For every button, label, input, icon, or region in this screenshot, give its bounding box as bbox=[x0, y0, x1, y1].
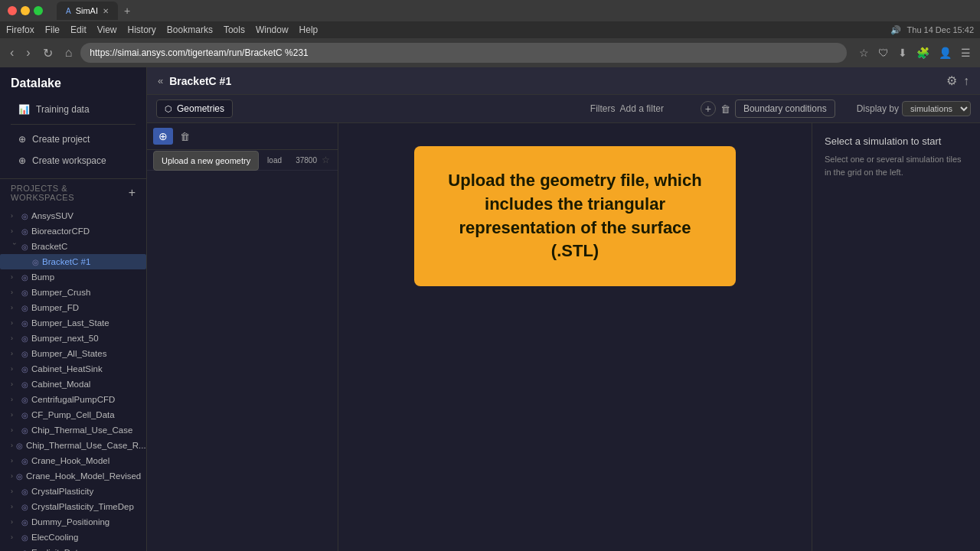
download-icon[interactable]: ⬇ bbox=[895, 45, 910, 60]
upload-button-wrapper: ⊕ Upload a new geometry bbox=[153, 128, 173, 145]
tab-close-icon[interactable]: ✕ bbox=[103, 7, 109, 15]
chevron-icon: › bbox=[11, 442, 13, 449]
menu-bookmarks[interactable]: Bookmarks bbox=[167, 24, 213, 35]
project-icon: ◎ bbox=[21, 380, 28, 389]
sidebar-item-bioreactor-cfd[interactable]: › ◎ BioreactorCFD bbox=[0, 223, 146, 239]
menu-firefox[interactable]: Firefox bbox=[6, 24, 34, 35]
sidebar-item-crystal-plasticity[interactable]: › ◎ CrystalPlasticity bbox=[0, 484, 146, 499]
tab-label: SimAI bbox=[76, 6, 98, 15]
project-label: CrystalPlasticity_TimeDep bbox=[31, 502, 134, 511]
upload-geometry-button[interactable]: ⊕ bbox=[153, 128, 173, 145]
new-tab-button[interactable]: + bbox=[121, 5, 133, 17]
sidebar-item-bracket-c[interactable]: › ◎ BracketC bbox=[0, 239, 146, 254]
projects-section-label: Projects & Workspaces + bbox=[0, 179, 146, 205]
menu-help[interactable]: Help bbox=[299, 24, 318, 35]
sidebar-item-bumper-crush[interactable]: › ◎ Bumper_Crush bbox=[0, 285, 146, 300]
menu-view[interactable]: View bbox=[97, 24, 117, 35]
project-label: BioreactorCFD bbox=[31, 227, 90, 236]
project-label: Crane_Hook_Model bbox=[31, 456, 109, 465]
tab-label: Geometries bbox=[177, 103, 224, 114]
sidebar-item-ansys-suv[interactable]: › ◎ AnsysSUV bbox=[0, 208, 146, 223]
center-panel: Upload the geometry file, which includes… bbox=[338, 123, 812, 551]
project-icon: ◎ bbox=[21, 533, 28, 542]
sidebar-item-bumper-next-50[interactable]: › ◎ Bumper_next_50 bbox=[0, 331, 146, 346]
sidebar-item-training-data[interactable]: 📊 Training data bbox=[11, 99, 136, 119]
shield-icon[interactable]: 🛡 bbox=[875, 45, 892, 60]
chevron-icon: › bbox=[11, 350, 18, 357]
delete-geometry-button[interactable]: 🗑 bbox=[176, 129, 194, 145]
maximize-button[interactable] bbox=[34, 6, 43, 15]
add-filter-button[interactable]: Add a filter bbox=[620, 103, 664, 114]
chevron-icon: › bbox=[11, 503, 18, 510]
sidebar-item-chip-thermal[interactable]: › ◎ Chip_Thermal_Use_Case bbox=[0, 422, 146, 438]
sidebar-header: Datalake 📊 Training data ⊕ Create projec… bbox=[0, 67, 146, 179]
menu-tools[interactable]: Tools bbox=[224, 24, 245, 35]
project-icon: ◎ bbox=[21, 289, 28, 297]
back-button[interactable]: ‹ bbox=[6, 44, 18, 61]
active-tab[interactable]: A SimAI ✕ bbox=[57, 2, 118, 20]
address-bar[interactable] bbox=[80, 43, 847, 63]
sidebar-item-elec-cooling[interactable]: › ◎ ElecCooling bbox=[0, 530, 146, 545]
menu-file[interactable]: File bbox=[45, 24, 60, 35]
project-icon: ◎ bbox=[21, 457, 28, 465]
sidebar-item-chip-thermal-r[interactable]: › ◎ Chip_Thermal_Use_Case_R... bbox=[0, 438, 146, 453]
extensions-icon[interactable]: 🧩 bbox=[913, 45, 933, 60]
sidebar-item-cf-pump[interactable]: › ◎ CF_Pump_Cell_Data bbox=[0, 407, 146, 422]
add-project-button[interactable]: + bbox=[129, 187, 136, 199]
chevron-icon: › bbox=[11, 380, 18, 388]
sidebar-item-explicit-data[interactable]: › ◎ Explicit_Data bbox=[0, 545, 146, 551]
home-button[interactable]: ⌂ bbox=[61, 44, 77, 61]
project-icon: ◎ bbox=[21, 365, 28, 373]
sidebar-item-cabinet-modal[interactable]: › ◎ Cabinet_Modal bbox=[0, 377, 146, 392]
sidebar-item-bump[interactable]: › ◎ Bump bbox=[0, 269, 146, 285]
boundary-conditions-button[interactable]: Boundary conditions bbox=[735, 99, 835, 118]
trash-icon[interactable]: 🗑 bbox=[720, 103, 730, 115]
geometries-icon: ⬡ bbox=[165, 104, 172, 114]
chevron-icon: › bbox=[11, 426, 18, 434]
sidebar-item-bumper-last-state[interactable]: › ◎ Bumper_Last_State bbox=[0, 315, 146, 331]
sidebar-item-crane-hook[interactable]: › ◎ Crane_Hook_Model bbox=[0, 453, 146, 468]
project-label: Bump bbox=[31, 272, 54, 282]
chevron-icon: › bbox=[11, 533, 18, 541]
sidebar-item-crane-hook-revised[interactable]: › ◎ Crane_Hook_Model_Revised bbox=[0, 468, 146, 484]
chevron-icon: › bbox=[11, 319, 18, 327]
back-button[interactable]: « bbox=[158, 75, 163, 86]
project-icon: ◎ bbox=[21, 503, 28, 511]
forward-button[interactable]: › bbox=[22, 44, 34, 61]
profile-icon[interactable]: 👤 bbox=[936, 45, 955, 60]
sidebar-item-label: Training data bbox=[36, 104, 90, 115]
project-tree: › ◎ AnsysSUV › ◎ BioreactorCFD › ◎ Brack… bbox=[0, 205, 146, 551]
menu-window[interactable]: Window bbox=[256, 24, 289, 35]
upload-tooltip: Upload a new geometry bbox=[153, 151, 259, 171]
chevron-icon: › bbox=[11, 365, 18, 373]
project-label: Cabinet_Modal bbox=[31, 380, 90, 389]
sidebar-create-project[interactable]: ⊕ Create project bbox=[11, 129, 136, 149]
add-condition-button[interactable]: + bbox=[701, 101, 716, 116]
star-button[interactable]: ☆ bbox=[322, 155, 330, 165]
sidebar-item-bumper-all-states[interactable]: › ◎ Bumper_All_States bbox=[0, 346, 146, 361]
menu-icon[interactable]: ☰ bbox=[958, 45, 974, 60]
sidebar-item-cabinet-heatsink[interactable]: › ◎ Cabinet_HeatSink bbox=[0, 361, 146, 377]
sidebar-item-bumper-fd[interactable]: › ◎ Bumper_FD bbox=[0, 300, 146, 315]
main-content: « BracketC #1 ⚙ ↑ ⬡ Geometries Filters A… bbox=[147, 67, 980, 551]
project-label: ElecCooling bbox=[31, 533, 78, 542]
section-title: Projects & Workspaces bbox=[11, 184, 129, 202]
share-button[interactable]: ↑ bbox=[963, 74, 969, 88]
menu-edit[interactable]: Edit bbox=[70, 24, 87, 35]
sidebar-item-crystal-timedep[interactable]: › ◎ CrystalPlasticity_TimeDep bbox=[0, 499, 146, 514]
tab-geometries[interactable]: ⬡ Geometries bbox=[156, 99, 233, 118]
reload-button[interactable]: ↻ bbox=[39, 44, 57, 62]
sidebar-item-bracket-c-1[interactable]: ◎ BracketC #1 bbox=[0, 254, 146, 269]
close-button[interactable] bbox=[8, 6, 17, 15]
menu-history[interactable]: History bbox=[128, 24, 156, 35]
sidebar-create-workspace[interactable]: ⊕ Create workspace bbox=[11, 151, 136, 171]
sidebar-item-dummy-positioning[interactable]: › ◎ Dummy_Positioning bbox=[0, 514, 146, 530]
filters-area: Filters Add a filter bbox=[590, 103, 664, 114]
sidebar-item-centrifugal-pump[interactable]: › ◎ CentrifugalPumpCFD bbox=[0, 392, 146, 407]
breadcrumb-title: BracketC #1 bbox=[169, 75, 231, 87]
bookmark-icon[interactable]: ☆ bbox=[856, 45, 872, 60]
settings-button[interactable]: ⚙ bbox=[946, 73, 957, 88]
display-by-select[interactable]: simulations bbox=[902, 101, 971, 116]
minimize-button[interactable] bbox=[21, 6, 30, 15]
right-panel: Select a simulation to start Select one … bbox=[812, 123, 980, 551]
